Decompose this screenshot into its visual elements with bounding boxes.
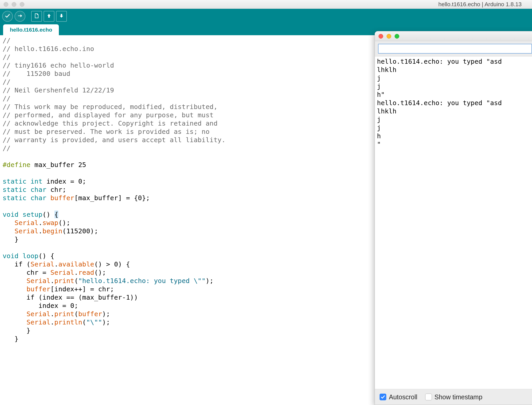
serial-titlebar — [375, 31, 532, 41]
upload-button[interactable] — [15, 11, 25, 22]
serial-close-button[interactable] — [379, 34, 383, 39]
timestamp-label: Show timestamp — [435, 393, 482, 401]
autoscroll-checkbox[interactable]: Autoscroll — [380, 393, 417, 401]
autoscroll-label: Autoscroll — [389, 393, 417, 401]
main-titlebar: hello.t1616.echo | Arduino 1.8.13 — [0, 0, 532, 9]
save-sketch-button[interactable] — [56, 11, 67, 22]
file-icon — [34, 13, 39, 20]
arrow-down-icon — [59, 13, 64, 20]
arduino-toolbar — [0, 9, 532, 24]
close-window-button[interactable] — [4, 2, 8, 7]
timestamp-checkbox[interactable]: Show timestamp — [425, 393, 482, 401]
serial-output-area[interactable]: hello.t1614.echo: you typed "asd lhklh j… — [375, 56, 532, 389]
arrow-up-icon — [46, 13, 52, 20]
minimize-window-button[interactable] — [12, 2, 16, 7]
serial-monitor-window: hello.t1614.echo: you typed "asd lhklh j… — [375, 31, 532, 405]
window-title: hello.t1616.echo | Arduino 1.8.13 — [438, 1, 522, 8]
zoom-window-button[interactable] — [20, 2, 24, 7]
check-icon — [5, 13, 10, 20]
serial-input-row — [375, 41, 532, 56]
serial-minimize-button[interactable] — [387, 34, 391, 39]
serial-zoom-button[interactable] — [395, 34, 399, 39]
main-traffic-lights — [4, 2, 24, 7]
checkbox-checked-icon — [380, 394, 386, 400]
verify-button[interactable] — [2, 11, 13, 22]
arrow-right-icon — [17, 13, 23, 20]
open-sketch-button[interactable] — [44, 11, 54, 22]
serial-send-input[interactable] — [378, 44, 532, 54]
serial-footer: Autoscroll Show timestamp — [375, 389, 532, 405]
new-sketch-button[interactable] — [31, 11, 42, 22]
tab-hello-t1616-echo[interactable]: hello.t1616.echo — [3, 24, 59, 35]
checkbox-unchecked-icon — [425, 394, 432, 400]
